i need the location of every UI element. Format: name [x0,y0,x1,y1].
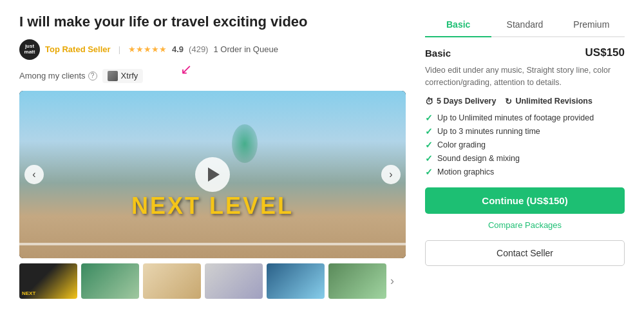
feature-text-4: Motion graphics [437,167,494,176]
clients-label-text: Among my clients [19,71,86,80]
revisions-text: Unlimited Revisions [515,97,592,106]
rating-number: 4.9 [172,44,184,54]
play-triangle-icon [208,167,220,182]
feature-item-1: ✓ Up to 3 minutes running time [425,126,625,137]
prev-button[interactable]: ‹ [24,165,44,184]
thumbnails-row: NEXT › [19,263,406,299]
video-background: NEXT LEVEL [19,91,406,258]
divider: | [118,44,120,54]
clients-row: Among my clients ? Xtrfy ↙ [19,68,406,84]
continue-button[interactable]: Continue (US$150) [425,187,625,214]
thumbnail-6[interactable] [328,263,386,299]
refresh-icon: ↻ [505,97,512,106]
feature-item-2: ✓ Color grading [425,140,625,150]
thumbnails-next-icon[interactable]: › [390,274,394,288]
package-name: Basic [425,48,451,59]
stars-icon: ★★★★★ [128,44,167,54]
seller-info: just matt Top Rated Seller | ★★★★★ 4.9 (… [19,39,406,60]
next-button[interactable]: › [381,165,401,184]
arrow-hint: ↙ [180,61,192,78]
thumbnail-3[interactable] [143,263,201,299]
client-logo [108,71,118,81]
check-icon-3: ✓ [425,153,433,164]
feature-text-2: Color grading [437,140,486,149]
revisions-meta: ↻ Unlimited Revisions [505,97,592,106]
delivery-meta: ⏱ 5 Days Delivery [425,97,496,106]
features-list: ✓ Up to Unlimited minutes of footage pro… [425,113,625,177]
thumbnail-1[interactable]: NEXT [19,263,77,299]
queue-info: 1 Order in Queue [213,44,278,54]
package-price: US$150 [585,46,625,59]
help-icon[interactable]: ? [88,71,97,80]
pricing-panel: Basic Standard Premium Basic US$150 Vide… [425,13,625,309]
check-icon-1: ✓ [425,126,433,137]
tab-basic[interactable]: Basic [425,13,491,37]
check-icon-4: ✓ [425,167,433,177]
seller-badge: Top Rated Seller [45,44,111,54]
video-overlay-text: NEXT LEVEL [131,193,294,220]
clients-label: Among my clients ? [19,71,97,80]
package-tabs: Basic Standard Premium [425,13,625,37]
feature-text-1: Up to 3 minutes running time [437,127,540,136]
play-button[interactable] [195,157,230,192]
avatar: just matt [19,39,40,60]
thumbnail-5[interactable] [267,263,325,299]
feature-item-3: ✓ Sound design & mixing [425,153,625,164]
package-header: Basic US$150 [425,46,625,59]
smoke-effect [232,124,258,163]
feature-text-0: Up to Unlimited minutes of footage provi… [437,113,594,122]
compare-link[interactable]: Compare Packages [425,220,625,230]
client-chip: Xtrfy [102,69,144,83]
tab-standard[interactable]: Standard [491,13,558,37]
tab-premium[interactable]: Premium [558,13,625,37]
page-title: I will make your life or travel exciting… [19,13,406,32]
video-player[interactable]: NEXT LEVEL ‹ › [19,91,406,258]
road-stripe [19,243,406,245]
feature-text-3: Sound design & mixing [437,154,520,163]
contact-seller-button[interactable]: Contact Seller [425,240,625,266]
delivery-text: 5 Days Delivery [437,97,496,106]
review-count: (429) [189,44,208,54]
client-name: Xtrfy [121,71,138,80]
check-icon-0: ✓ [425,113,433,123]
package-meta: ⏱ 5 Days Delivery ↻ Unlimited Revisions [425,97,625,106]
thumbnail-2[interactable] [81,263,139,299]
check-icon-2: ✓ [425,140,433,150]
feature-item-0: ✓ Up to Unlimited minutes of footage pro… [425,113,625,123]
clock-icon: ⏱ [425,97,433,106]
feature-item-4: ✓ Motion graphics [425,167,625,177]
thumbnail-4[interactable] [205,263,263,299]
avatar-text: just matt [24,44,35,55]
package-description: Video edit under any music, Straight sto… [425,64,625,89]
